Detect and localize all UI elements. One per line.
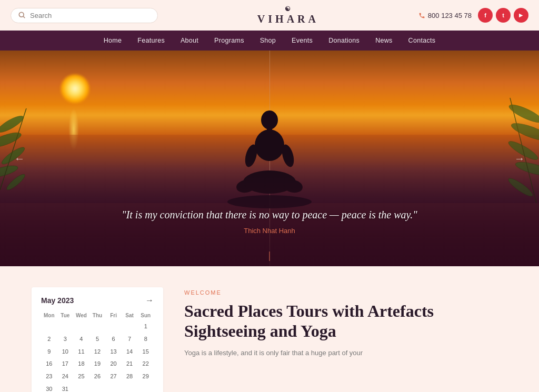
nav-events[interactable]: Events <box>292 37 313 44</box>
calendar-grid: Mon Tue Wed Thu Fri Sat Sun 1 2 3 <box>41 313 154 392</box>
bottom-section: May 2023 → Mon Tue Wed Thu Fri Sat Sun <box>0 266 539 392</box>
site-logo: ☯ VIHARA <box>257 5 319 25</box>
social-icons: f t ▶ <box>478 8 528 23</box>
site-header: ☯ VIHARA 800 123 45 78 f t ▶ <box>0 0 539 31</box>
nav-contacts[interactable]: Contacts <box>408 37 436 44</box>
calendar-row-4: 16 17 18 19 20 21 22 <box>41 359 154 369</box>
svg-point-14 <box>261 110 278 129</box>
twitter-button[interactable]: t <box>496 8 511 23</box>
welcome-title: Sacred Places Tours with Artefacts Sight… <box>184 301 507 341</box>
logo-text: VIHARA <box>257 13 319 25</box>
calendar-row-5: 23 24 25 26 27 28 29 <box>41 371 154 382</box>
sun-glow <box>61 74 89 103</box>
calendar-next-button[interactable]: → <box>145 296 154 305</box>
slider-next-button[interactable]: → <box>508 150 531 167</box>
nav-home[interactable]: Home <box>104 37 122 44</box>
svg-point-0 <box>19 12 24 17</box>
calendar-header: May 2023 → <box>41 296 154 305</box>
nav-programs[interactable]: Programs <box>214 37 244 44</box>
youtube-button[interactable]: ▶ <box>514 8 528 23</box>
welcome-body: Yoga is a lifestyle, and it is only fair… <box>184 348 507 359</box>
cal-header-tue: Tue <box>57 313 74 318</box>
nav-donations[interactable]: Donations <box>328 37 360 44</box>
calendar-day-headers: Mon Tue Wed Thu Fri Sat Sun <box>41 313 154 318</box>
cal-header-sun: Sun <box>137 313 154 318</box>
cal-header-sat: Sat <box>122 313 138 318</box>
cal-header-mon: Mon <box>41 313 57 318</box>
nav-features[interactable]: Features <box>137 37 165 44</box>
calendar-row-6: 30 31 <box>41 384 154 392</box>
slider-prev-button[interactable]: ← <box>8 150 31 167</box>
calendar-row-3: 9 10 11 12 13 14 15 <box>41 347 154 357</box>
quote-author: Thich Nhat Hanh <box>84 227 455 235</box>
logo-symbol: ☯ <box>257 5 319 13</box>
search-bar[interactable] <box>11 8 158 23</box>
calendar-card: May 2023 → Mon Tue Wed Thu Fri Sat Sun <box>32 287 163 392</box>
cal-header-wed: Wed <box>73 313 89 318</box>
svg-point-9 <box>510 120 539 144</box>
phone-number: 800 123 45 78 <box>418 12 472 19</box>
welcome-section: Welcome Sacred Places Tours with Artefac… <box>184 287 507 392</box>
svg-line-1 <box>23 16 25 18</box>
facebook-button[interactable]: f <box>478 8 493 23</box>
nav-news[interactable]: News <box>375 37 392 44</box>
nav-about[interactable]: About <box>181 37 198 44</box>
header-right: 800 123 45 78 f t ▶ <box>418 8 528 23</box>
phone-icon <box>418 12 425 19</box>
calendar-month-year: May 2023 <box>41 296 74 305</box>
nav-shop[interactable]: Shop <box>260 37 276 44</box>
calendar-row-1: 1 <box>41 321 154 332</box>
cal-header-fri: Fri <box>105 313 122 318</box>
search-icon <box>18 12 26 19</box>
slider-indicator <box>270 252 270 261</box>
cal-header-thu: Thu <box>89 313 106 318</box>
svg-point-16 <box>255 129 284 161</box>
hero-quote: "It is my conviction that there is no wa… <box>0 207 539 235</box>
hero-section: "It is my conviction that there is no wa… <box>0 51 539 266</box>
phone-text: 800 123 45 78 <box>428 12 472 19</box>
svg-point-3 <box>0 130 23 150</box>
search-input[interactable] <box>30 12 146 19</box>
indicator-line <box>270 252 270 261</box>
main-nav: Home Features About Programs Shop Events… <box>0 31 539 51</box>
calendar-row-2: 2 3 4 5 6 7 8 <box>41 334 154 345</box>
welcome-label: Welcome <box>184 289 507 296</box>
quote-text: "It is my conviction that there is no wa… <box>84 207 455 223</box>
